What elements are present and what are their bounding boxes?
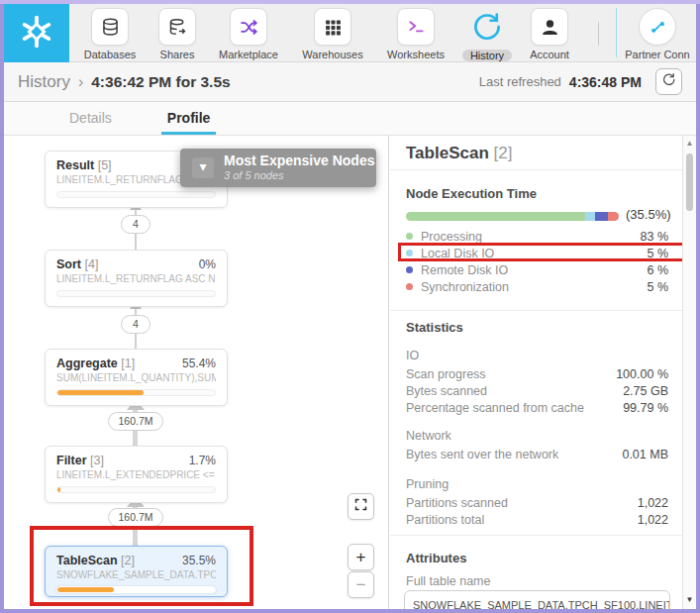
account-icon	[531, 8, 568, 46]
edge-row-count: 4	[121, 315, 150, 334]
bar-segment-local-disk-io	[585, 212, 596, 221]
snowflake-home-button[interactable]	[4, 4, 69, 62]
bar-segment-remote-disk-io	[595, 212, 608, 221]
legend-dot	[406, 266, 413, 273]
nav-item-worksheets[interactable]: Worksheets	[374, 8, 457, 59]
divider	[390, 535, 682, 536]
snowflake-logo-icon	[18, 13, 55, 54]
stat-row: Bytes sent over the network 0.01 MB	[406, 446, 668, 462]
scrollbar-thumb[interactable]	[686, 153, 693, 211]
stat-row: Partitions scanned 1,022	[406, 494, 668, 511]
stat-row: Partitions total 1,022	[406, 511, 668, 528]
fit-view-icon	[353, 497, 368, 517]
node-subtitle: LINEITEM.L_RETURNFLAG ASC NULLS LA...	[56, 273, 216, 284]
node-progress-track	[56, 486, 216, 493]
tab-details[interactable]: Details	[63, 110, 118, 135]
nav-divider-accent	[616, 8, 617, 57]
edge-row-count: 4	[121, 215, 150, 234]
fit-view-button[interactable]	[348, 493, 374, 520]
node-aggregate[interactable]: Aggregate [1] 55.4% SUM(LINEITEM.L_QUANT…	[45, 349, 228, 406]
stats-group-network: Network	[406, 429, 451, 443]
node-progress-fill	[57, 487, 60, 492]
nav-divider	[598, 22, 599, 46]
nav-item-account[interactable]: Account	[514, 8, 585, 59]
overlay-subtitle: 3 of 5 nodes	[224, 169, 284, 181]
bar-segment-processing	[406, 212, 585, 221]
refresh-icon	[660, 71, 677, 92]
scroll-up-icon[interactable]: ▲	[683, 139, 696, 148]
most-expensive-nodes-dropdown[interactable]: ▾ Most Expensive Nodes 3 of 5 nodes	[180, 149, 376, 187]
panel-title: TableScan [2]	[406, 144, 512, 163]
nav-label: Warehouses	[291, 49, 374, 60]
nav-item-shares[interactable]: Shares	[142, 8, 213, 59]
legend-row-remote-disk-io: Remote Disk IO 6 %	[406, 261, 668, 278]
legend-row-local-disk-io: Local Disk IO 5 %	[406, 245, 668, 261]
refresh-button[interactable]	[655, 68, 682, 95]
execution-total-pct: (35.5%)	[626, 207, 671, 222]
legend-row-processing: Processing 83 %	[406, 228, 668, 245]
edge-row-count: 160.7M	[108, 412, 163, 431]
divider	[390, 310, 682, 311]
stat-row: Scan progress 100.00 %	[406, 365, 668, 382]
edge-row-count: 160.7M	[108, 508, 163, 527]
zoom-in-button[interactable]: +	[348, 544, 374, 570]
legend-dot	[406, 233, 413, 240]
node-detail-panel: TableScan [2] Node Execution Time (35.5%…	[390, 136, 682, 609]
zoom-out-button[interactable]: −	[348, 571, 374, 598]
nav-label: Partner Conn	[620, 49, 695, 59]
nav-label: Shares	[142, 49, 213, 60]
node-progress-track	[56, 389, 216, 396]
overlay-title: Most Expensive Nodes	[224, 153, 375, 168]
legend-dot	[406, 250, 413, 256]
nav-item-partner-connect[interactable]: Partner Conn	[620, 8, 695, 59]
bar-segment-synchronization	[608, 212, 619, 221]
stats-group-pruning: Pruning	[406, 477, 449, 491]
tab-profile[interactable]: Profile	[161, 110, 217, 135]
chevron-down-icon: ▾	[192, 157, 214, 178]
nav-item-history[interactable]: History	[451, 8, 523, 59]
breadcrumb-current-query: 4:36:42 PM for 3.5s	[91, 73, 230, 91]
node-progress-fill	[57, 390, 144, 395]
nav-label: Marketplace	[207, 49, 290, 60]
scroll-down-icon[interactable]: ▼	[683, 595, 696, 604]
node-filter[interactable]: Filter [3] 1.7% LINEITEM.L_EXTENDEDPRICE…	[45, 446, 228, 503]
nav-label: History	[462, 50, 512, 61]
execution-time-bar	[406, 212, 619, 221]
nav-label: Account	[514, 49, 585, 60]
databases-icon	[91, 8, 129, 46]
statistics-heading: Statistics	[406, 320, 463, 335]
node-tablescan-selected[interactable]: TableScan [2] 35.5% SNOWFLAKE_SAMPLE_DAT…	[45, 546, 228, 597]
nav-item-marketplace[interactable]: Marketplace	[207, 8, 290, 59]
last-refreshed-time: 4:36:48 PM	[569, 74, 642, 90]
node-progress-fill	[57, 587, 114, 592]
node-subtitle: SNOWFLAKE_SAMPLE_DATA.TPCH_SF100....	[56, 569, 216, 580]
stat-row: Bytes scanned 2.75 GB	[406, 382, 668, 399]
legend-dot	[406, 283, 413, 290]
shares-icon	[158, 8, 196, 46]
attributes-heading: Attributes	[406, 551, 466, 565]
profile-tabs: Details Profile	[4, 102, 696, 136]
node-progress-track	[56, 290, 216, 297]
nav-item-warehouses[interactable]: Warehouses	[291, 8, 374, 59]
nav-label: Databases	[74, 49, 146, 60]
last-refreshed-label: Last refreshed	[479, 74, 561, 89]
legend-row-synchronization: Synchronization 5 %	[406, 278, 668, 295]
panel-scrollbar[interactable]: ▲ ▼	[682, 136, 696, 609]
marketplace-icon	[230, 8, 267, 46]
node-subtitle: SUM(LINEITEM.L_QUANTITY),SUM(LINEIT...	[56, 372, 216, 383]
warehouses-icon	[314, 8, 351, 46]
node-subtitle: LINEITEM.L_EXTENDEDPRICE <= 20000	[56, 469, 216, 480]
breadcrumb: History › 4:36:42 PM for 3.5s Last refre…	[4, 62, 696, 102]
partner-connect-icon	[639, 8, 676, 46]
worksheets-icon	[397, 8, 435, 46]
divider	[390, 169, 682, 170]
stat-row: Percentage scanned from cache 99.79 %	[406, 399, 668, 416]
full-table-name-label: Full table name	[406, 574, 490, 588]
full-table-name-value[interactable]: SNOWFLAKE_SAMPLE_DATA.TPCH_SF100.LINEITE…	[404, 590, 670, 609]
nav-item-databases[interactable]: Databases	[74, 8, 146, 59]
breadcrumb-history-link[interactable]: History	[18, 72, 70, 92]
breadcrumb-separator: ›	[78, 73, 83, 91]
node-progress-track	[56, 191, 216, 198]
execution-time-heading: Node Execution Time	[406, 186, 537, 201]
node-sort[interactable]: Sort [4] 0% LINEITEM.L_RETURNFLAG ASC NU…	[45, 250, 228, 307]
